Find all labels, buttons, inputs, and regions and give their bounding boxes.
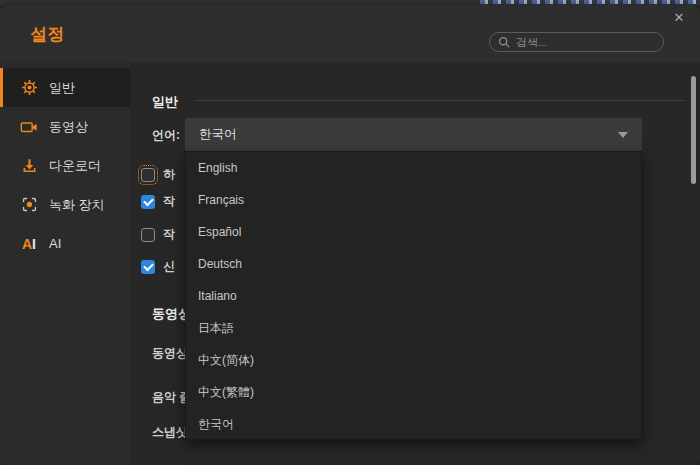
settings-checkbox-row: 신 xyxy=(141,258,175,275)
checkbox-label-fragment: 작 xyxy=(163,226,175,243)
language-option[interactable]: Español xyxy=(186,216,641,248)
sidebar-item-video[interactable]: 동영상 xyxy=(0,107,130,146)
language-option[interactable]: 日本語 xyxy=(186,312,641,344)
language-option[interactable]: 中文(繁體) xyxy=(186,376,641,408)
sidebar-item-label: AI xyxy=(49,236,61,251)
setting-label-fragment: 동영상 xyxy=(152,345,188,362)
checkbox-checked[interactable] xyxy=(141,195,155,209)
sidebar-item-ai[interactable]: AIAI xyxy=(0,224,130,263)
language-option[interactable]: 한국어 xyxy=(186,408,641,440)
language-select-value: 한국어 xyxy=(199,126,618,143)
checkbox-label-fragment: 하 xyxy=(163,166,175,183)
close-icon[interactable]: ✕ xyxy=(669,8,689,28)
language-dropdown-panel: EnglishFrançaisEspañolDeutschItaliano日本語… xyxy=(185,151,642,440)
search-input[interactable]: 검색... xyxy=(489,32,664,52)
checkbox-unchecked[interactable] xyxy=(141,168,155,182)
language-option[interactable]: Deutsch xyxy=(186,248,641,280)
sidebar-item-label: 동영상 xyxy=(49,118,88,136)
language-label: 언어: xyxy=(152,127,180,144)
search-placeholder: 검색... xyxy=(516,35,547,50)
sidebar: 일반 동영상 다운로더 녹화 장치AIAI xyxy=(0,62,130,465)
record-focus-icon xyxy=(20,196,38,214)
checkbox-label-fragment: 신 xyxy=(163,258,175,275)
background-window-text-sliver xyxy=(480,0,696,4)
settings-dialog: 설정 검색... ✕ 일반 동영상 다운로더 xyxy=(0,5,700,465)
language-option[interactable]: Italiano xyxy=(186,280,641,312)
video-camera-icon xyxy=(20,118,38,136)
language-select[interactable]: 한국어 xyxy=(185,118,642,151)
download-icon xyxy=(20,157,38,175)
chevron-down-icon xyxy=(618,132,628,138)
sidebar-item-general[interactable]: 일반 xyxy=(0,68,130,107)
dialog-title: 설정 xyxy=(30,23,65,46)
section-heading-general: 일반 xyxy=(152,93,178,111)
sidebar-item-label: 녹화 장치 xyxy=(49,196,105,214)
language-option[interactable]: Français xyxy=(186,184,641,216)
settings-checkbox-row: 작 xyxy=(141,226,175,243)
checkbox-unchecked[interactable] xyxy=(141,228,155,242)
search-icon xyxy=(498,36,510,48)
settings-checkbox-row: 작 xyxy=(141,193,175,210)
checkbox-checked[interactable] xyxy=(141,260,155,274)
checkbox-label-fragment: 작 xyxy=(163,193,175,210)
gear-icon xyxy=(20,79,38,97)
ai-letters-icon: AI xyxy=(20,235,38,253)
language-option[interactable]: 中文(简体) xyxy=(186,344,641,376)
sidebar-item-downloader[interactable]: 다운로더 xyxy=(0,146,130,185)
language-option[interactable]: English xyxy=(186,152,641,184)
titlebar: 설정 검색... ✕ xyxy=(0,5,700,62)
setting-label-fragment: 스냅샷 xyxy=(152,424,188,441)
scrollbar-thumb[interactable] xyxy=(691,76,696,184)
section-divider xyxy=(196,100,686,101)
settings-checkbox-row: 하 xyxy=(141,166,175,183)
sidebar-item-label: 다운로더 xyxy=(49,157,101,175)
sidebar-item-label: 일반 xyxy=(49,79,75,97)
sidebar-item-recorder[interactable]: 녹화 장치 xyxy=(0,185,130,224)
